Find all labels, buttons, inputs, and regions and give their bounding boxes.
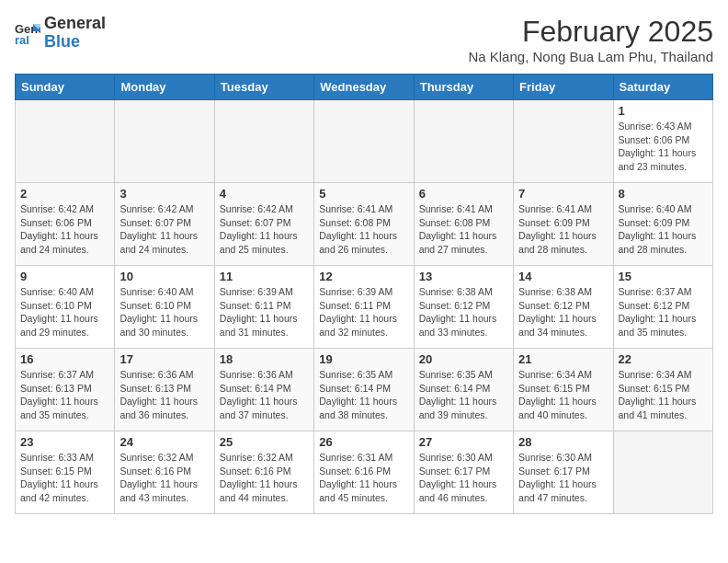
logo-blue-text: Blue bbox=[44, 33, 106, 52]
month-year-title: February 2025 bbox=[468, 15, 713, 49]
day-info: Sunrise: 6:36 AM Sunset: 6:14 PM Dayligh… bbox=[220, 368, 309, 422]
calendar-cell bbox=[613, 431, 712, 514]
calendar-table: SundayMondayTuesdayWednesdayThursdayFrid… bbox=[15, 74, 713, 514]
day-info: Sunrise: 6:37 AM Sunset: 6:13 PM Dayligh… bbox=[20, 368, 109, 422]
calendar-cell bbox=[16, 100, 115, 183]
day-number: 14 bbox=[518, 270, 608, 283]
svg-text:ral: ral bbox=[15, 33, 29, 46]
calendar-cell: 4Sunrise: 6:42 AM Sunset: 6:07 PM Daylig… bbox=[214, 183, 313, 266]
calendar-cell: 11Sunrise: 6:39 AM Sunset: 6:11 PM Dayli… bbox=[214, 266, 313, 349]
day-info: Sunrise: 6:41 AM Sunset: 6:08 PM Dayligh… bbox=[319, 202, 408, 257]
weekday-header-row: SundayMondayTuesdayWednesdayThursdayFrid… bbox=[16, 75, 713, 100]
calendar-cell: 26Sunrise: 6:31 AM Sunset: 6:16 PM Dayli… bbox=[314, 431, 414, 514]
day-number: 26 bbox=[319, 435, 408, 449]
calendar-cell: 5Sunrise: 6:41 AM Sunset: 6:08 PM Daylig… bbox=[314, 183, 414, 266]
day-number: 9 bbox=[20, 270, 109, 283]
calendar-cell: 8Sunrise: 6:40 AM Sunset: 6:09 PM Daylig… bbox=[613, 183, 712, 266]
day-number: 15 bbox=[619, 270, 708, 283]
calendar-cell bbox=[414, 100, 513, 183]
calendar-cell: 23Sunrise: 6:33 AM Sunset: 6:15 PM Dayli… bbox=[16, 431, 115, 514]
logo: Gene ral General Blue bbox=[15, 15, 106, 52]
day-info: Sunrise: 6:33 AM Sunset: 6:15 PM Dayligh… bbox=[20, 451, 109, 505]
calendar-cell bbox=[314, 100, 414, 183]
location-subtitle: Na Klang, Nong Bua Lam Phu, Thailand bbox=[468, 49, 713, 64]
calendar-cell: 24Sunrise: 6:32 AM Sunset: 6:16 PM Dayli… bbox=[115, 431, 214, 514]
day-info: Sunrise: 6:38 AM Sunset: 6:12 PM Dayligh… bbox=[518, 285, 608, 339]
day-info: Sunrise: 6:41 AM Sunset: 6:08 PM Dayligh… bbox=[419, 202, 508, 257]
day-info: Sunrise: 6:32 AM Sunset: 6:16 PM Dayligh… bbox=[119, 451, 209, 505]
day-number: 11 bbox=[220, 270, 309, 283]
day-number: 23 bbox=[20, 435, 109, 449]
day-number: 21 bbox=[518, 352, 608, 366]
day-number: 8 bbox=[619, 187, 708, 201]
day-info: Sunrise: 6:42 AM Sunset: 6:06 PM Dayligh… bbox=[20, 202, 109, 257]
calendar-cell: 12Sunrise: 6:39 AM Sunset: 6:11 PM Dayli… bbox=[314, 266, 414, 349]
day-number: 1 bbox=[619, 104, 708, 118]
day-info: Sunrise: 6:34 AM Sunset: 6:15 PM Dayligh… bbox=[619, 368, 708, 422]
calendar-cell: 21Sunrise: 6:34 AM Sunset: 6:15 PM Dayli… bbox=[514, 349, 613, 431]
day-info: Sunrise: 6:30 AM Sunset: 6:17 PM Dayligh… bbox=[518, 451, 608, 505]
day-info: Sunrise: 6:36 AM Sunset: 6:13 PM Dayligh… bbox=[119, 368, 209, 422]
day-info: Sunrise: 6:35 AM Sunset: 6:14 PM Dayligh… bbox=[419, 368, 508, 422]
day-number: 10 bbox=[119, 270, 209, 283]
day-info: Sunrise: 6:43 AM Sunset: 6:06 PM Dayligh… bbox=[619, 120, 708, 174]
day-number: 27 bbox=[419, 435, 508, 449]
day-number: 28 bbox=[518, 435, 608, 449]
calendar-cell: 13Sunrise: 6:38 AM Sunset: 6:12 PM Dayli… bbox=[414, 266, 513, 349]
day-info: Sunrise: 6:40 AM Sunset: 6:10 PM Dayligh… bbox=[119, 285, 209, 339]
day-number: 12 bbox=[319, 270, 408, 283]
title-section: February 2025 Na Klang, Nong Bua Lam Phu… bbox=[468, 15, 713, 64]
calendar-cell bbox=[514, 100, 613, 183]
weekday-header-saturday: Saturday bbox=[613, 75, 712, 100]
calendar-cell: 27Sunrise: 6:30 AM Sunset: 6:17 PM Dayli… bbox=[414, 431, 513, 514]
calendar-cell: 2Sunrise: 6:42 AM Sunset: 6:06 PM Daylig… bbox=[16, 183, 115, 266]
day-info: Sunrise: 6:37 AM Sunset: 6:12 PM Dayligh… bbox=[619, 285, 708, 339]
day-info: Sunrise: 6:42 AM Sunset: 6:07 PM Dayligh… bbox=[119, 202, 209, 257]
day-info: Sunrise: 6:42 AM Sunset: 6:07 PM Dayligh… bbox=[220, 202, 309, 257]
day-number: 3 bbox=[119, 187, 209, 201]
day-info: Sunrise: 6:40 AM Sunset: 6:10 PM Dayligh… bbox=[20, 285, 109, 339]
logo-icon: Gene ral bbox=[15, 20, 40, 46]
weekday-header-thursday: Thursday bbox=[414, 75, 513, 100]
day-number: 17 bbox=[119, 352, 209, 366]
logo-general-text: General bbox=[44, 15, 106, 33]
calendar-cell: 10Sunrise: 6:40 AM Sunset: 6:10 PM Dayli… bbox=[115, 266, 214, 349]
day-number: 4 bbox=[220, 187, 309, 201]
calendar-cell: 17Sunrise: 6:36 AM Sunset: 6:13 PM Dayli… bbox=[115, 349, 214, 431]
calendar-cell: 7Sunrise: 6:41 AM Sunset: 6:09 PM Daylig… bbox=[514, 183, 613, 266]
day-info: Sunrise: 6:41 AM Sunset: 6:09 PM Dayligh… bbox=[518, 202, 608, 257]
calendar-week-row: 16Sunrise: 6:37 AM Sunset: 6:13 PM Dayli… bbox=[16, 349, 713, 431]
calendar-cell: 1Sunrise: 6:43 AM Sunset: 6:06 PM Daylig… bbox=[613, 100, 712, 183]
day-number: 7 bbox=[518, 187, 608, 201]
day-info: Sunrise: 6:38 AM Sunset: 6:12 PM Dayligh… bbox=[419, 285, 508, 339]
day-info: Sunrise: 6:40 AM Sunset: 6:09 PM Dayligh… bbox=[619, 202, 708, 257]
calendar-cell: 16Sunrise: 6:37 AM Sunset: 6:13 PM Dayli… bbox=[16, 349, 115, 431]
day-info: Sunrise: 6:39 AM Sunset: 6:11 PM Dayligh… bbox=[220, 285, 309, 339]
calendar-week-row: 1Sunrise: 6:43 AM Sunset: 6:06 PM Daylig… bbox=[16, 100, 713, 183]
day-number: 5 bbox=[319, 187, 408, 201]
day-number: 16 bbox=[20, 352, 109, 366]
calendar-cell bbox=[214, 100, 313, 183]
day-number: 18 bbox=[220, 352, 309, 366]
day-number: 19 bbox=[319, 352, 408, 366]
day-info: Sunrise: 6:32 AM Sunset: 6:16 PM Dayligh… bbox=[220, 451, 309, 505]
calendar-cell: 9Sunrise: 6:40 AM Sunset: 6:10 PM Daylig… bbox=[16, 266, 115, 349]
calendar-cell: 19Sunrise: 6:35 AM Sunset: 6:14 PM Dayli… bbox=[314, 349, 414, 431]
calendar-cell: 14Sunrise: 6:38 AM Sunset: 6:12 PM Dayli… bbox=[514, 266, 613, 349]
day-number: 2 bbox=[20, 187, 109, 201]
day-info: Sunrise: 6:34 AM Sunset: 6:15 PM Dayligh… bbox=[518, 368, 608, 422]
weekday-header-monday: Monday bbox=[115, 75, 214, 100]
calendar-week-row: 23Sunrise: 6:33 AM Sunset: 6:15 PM Dayli… bbox=[16, 431, 713, 514]
calendar-cell: 15Sunrise: 6:37 AM Sunset: 6:12 PM Dayli… bbox=[613, 266, 712, 349]
page-header: Gene ral General Blue February 2025 Na K… bbox=[15, 15, 713, 64]
day-number: 22 bbox=[619, 352, 708, 366]
day-number: 24 bbox=[119, 435, 209, 449]
calendar-week-row: 2Sunrise: 6:42 AM Sunset: 6:06 PM Daylig… bbox=[16, 183, 713, 266]
weekday-header-friday: Friday bbox=[514, 75, 613, 100]
weekday-header-wednesday: Wednesday bbox=[314, 75, 414, 100]
calendar-cell: 28Sunrise: 6:30 AM Sunset: 6:17 PM Dayli… bbox=[514, 431, 613, 514]
calendar-cell: 25Sunrise: 6:32 AM Sunset: 6:16 PM Dayli… bbox=[214, 431, 313, 514]
calendar-cell: 22Sunrise: 6:34 AM Sunset: 6:15 PM Dayli… bbox=[613, 349, 712, 431]
day-number: 20 bbox=[419, 352, 508, 366]
calendar-cell: 20Sunrise: 6:35 AM Sunset: 6:14 PM Dayli… bbox=[414, 349, 513, 431]
